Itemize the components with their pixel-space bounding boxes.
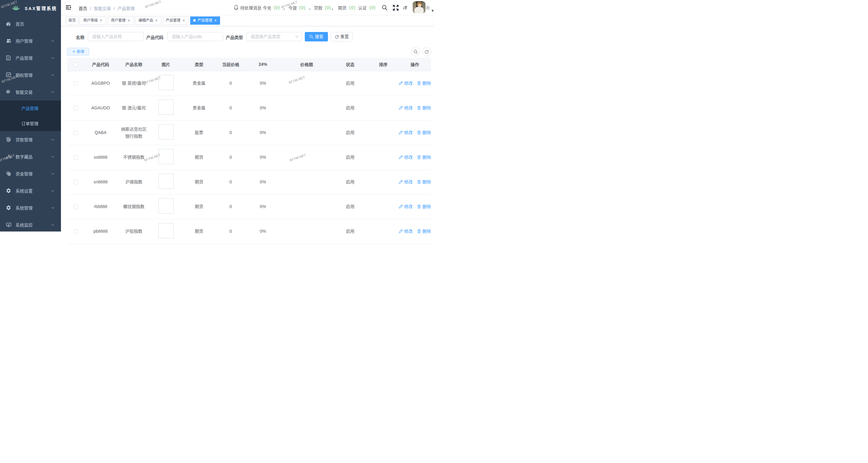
svg-text:$: $ bbox=[8, 173, 10, 176]
